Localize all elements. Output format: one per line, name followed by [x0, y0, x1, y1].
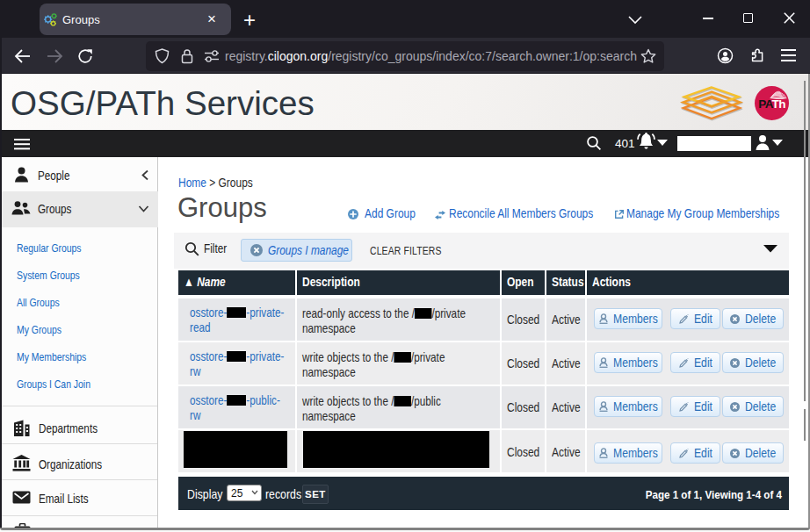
- svg-text:Th: Th: [771, 97, 785, 111]
